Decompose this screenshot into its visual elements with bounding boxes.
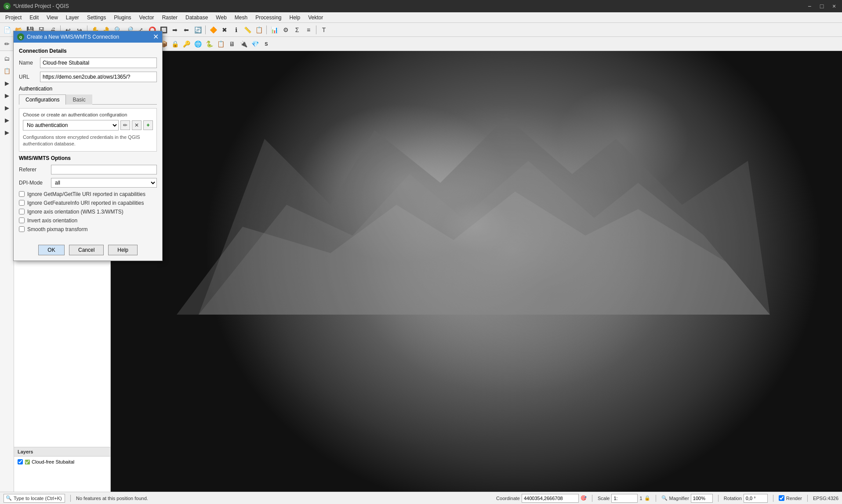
statistics-button[interactable]: 📊: [269, 25, 279, 35]
dpi-mode-row: DPI-Mode all none off QGIS UMN GeoServer: [19, 178, 157, 188]
menu-view[interactable]: View: [43, 14, 62, 22]
status-sep-6: [807, 495, 808, 502]
dialog-titlebar: Q Create a New WMS/WMTS Connection ✕: [14, 31, 162, 43]
rotation-input[interactable]: [744, 494, 768, 503]
sidebar-layers-btn[interactable]: 📋: [1, 65, 13, 76]
select-button[interactable]: 🔶: [208, 25, 218, 35]
scale-input[interactable]: [611, 494, 638, 503]
close-button[interactable]: ×: [830, 3, 838, 10]
zoom-prev-button[interactable]: ⬅: [181, 25, 192, 35]
maximize-button[interactable]: □: [817, 3, 826, 10]
checkbox-getmap[interactable]: [19, 191, 25, 197]
plugin1-btn[interactable]: 🐍: [204, 39, 214, 49]
terrain-svg: [111, 51, 842, 492]
coordinate-input[interactable]: [522, 494, 579, 503]
menu-edit[interactable]: Edit: [26, 14, 42, 22]
measure-button[interactable]: 📏: [242, 25, 253, 35]
app-title: *Untitled Project - QGIS: [13, 3, 69, 9]
checkbox-invert[interactable]: [19, 218, 25, 223]
status-bar: 🔍 Type to locate (Ctrl+K) No features at…: [0, 492, 842, 504]
sum-button[interactable]: Σ: [292, 25, 302, 35]
rotation-label: Rotation: [724, 496, 742, 501]
plugin4-btn[interactable]: 🔌: [238, 39, 249, 49]
render-checkbox[interactable]: [779, 495, 784, 501]
globe-btn[interactable]: 🌐: [192, 39, 203, 49]
name-input[interactable]: [40, 58, 157, 68]
menu-processing[interactable]: Processing: [252, 14, 285, 22]
sidebar-arrow2-btn[interactable]: ▶: [1, 90, 13, 101]
menu-settings[interactable]: Settings: [83, 14, 109, 22]
checkbox-getfeatureinfo[interactable]: [19, 200, 25, 206]
coordinate-label: Coordinate: [496, 496, 520, 501]
layer-checkbox[interactable]: [18, 459, 23, 464]
auth-edit-button[interactable]: ✏: [120, 120, 130, 130]
cancel-button[interactable]: Cancel: [69, 245, 104, 255]
url-input[interactable]: [40, 72, 157, 82]
main-area: 🗂 📋 ▶ ▶ ▶ ▶ ▶ Browse ▶Favorites Layers ✅…: [0, 51, 842, 492]
menu-vektor[interactable]: Vektor: [305, 14, 327, 22]
checkbox-axis[interactable]: [19, 209, 25, 214]
plugin5-btn[interactable]: 💎: [250, 39, 260, 49]
auth-add-button[interactable]: +: [143, 120, 153, 130]
sidebar-browse-btn[interactable]: 🗂: [1, 53, 13, 64]
plugin6-btn[interactable]: S: [261, 39, 272, 49]
tab-basic[interactable]: Basic: [66, 94, 92, 105]
open-table-button[interactable]: 📋: [254, 25, 264, 35]
menu-layer[interactable]: Layer: [62, 14, 83, 22]
layer-name: Cloud-free Stubaital: [32, 459, 74, 464]
name-label: Name: [19, 60, 36, 66]
tab-configurations[interactable]: Configurations: [19, 94, 66, 105]
menu-vector[interactable]: Vector: [136, 14, 158, 22]
action-button[interactable]: ≡: [303, 25, 314, 35]
sidebar-arrow3-btn[interactable]: ▶: [1, 102, 13, 113]
checkbox-getmap-label: Ignore GetMap/GetTile URI reported in ca…: [27, 191, 145, 197]
layer-item[interactable]: ✅ Cloud-free Stubaital: [16, 458, 109, 465]
dialog-logo: Q: [17, 33, 24, 40]
checkbox-getfeatureinfo-label: Ignore GetFeatureInfo URI reported in ca…: [27, 200, 144, 206]
epsg-item[interactable]: EPSG:4326: [813, 496, 838, 501]
auth-remove-button[interactable]: ✕: [132, 120, 142, 130]
status-sep-1: [70, 495, 71, 502]
name-row: Name: [19, 58, 157, 68]
auth-select[interactable]: No authentication: [23, 120, 119, 131]
menu-plugins[interactable]: Plugins: [110, 14, 134, 22]
magnifier-input[interactable]: [691, 494, 713, 503]
key-btn[interactable]: 🔑: [181, 39, 192, 49]
toolbar-sep-3: [205, 25, 206, 34]
dpi-mode-select[interactable]: all none off QGIS UMN GeoServer: [51, 178, 157, 188]
locate-search[interactable]: 🔍 Type to locate (Ctrl+K): [4, 494, 65, 503]
new-project-button[interactable]: 📄: [2, 25, 12, 35]
deselect-button[interactable]: ✖: [219, 25, 230, 35]
referer-input[interactable]: [51, 165, 157, 174]
auth-info-text: Configurations store encrypted credentia…: [23, 134, 153, 148]
plugin3-btn[interactable]: 🖥: [227, 39, 237, 49]
refresh-button[interactable]: 🔄: [192, 25, 203, 35]
checkbox-invert-row: Invert axis orientation: [19, 218, 157, 224]
menu-mesh[interactable]: Mesh: [231, 14, 251, 22]
menu-database[interactable]: Database: [182, 14, 211, 22]
menu-help[interactable]: Help: [286, 14, 304, 22]
identify-button[interactable]: ℹ: [231, 25, 241, 35]
ok-button[interactable]: OK: [38, 245, 65, 255]
lock-btn[interactable]: 🔒: [170, 39, 180, 49]
zoom-next-button[interactable]: ➡: [170, 25, 180, 35]
window-controls: − □ ×: [805, 3, 838, 10]
minimize-button[interactable]: −: [805, 3, 814, 10]
plugin2-btn[interactable]: 📋: [215, 39, 226, 49]
sidebar-arrow4-btn[interactable]: ▶: [1, 114, 13, 126]
render-label: Render: [786, 496, 802, 501]
menu-project[interactable]: Project: [2, 14, 25, 22]
digitize-btn[interactable]: ✏: [2, 39, 12, 49]
sidebar-arrow5-btn[interactable]: ▶: [1, 127, 13, 138]
dialog-close-button[interactable]: ✕: [153, 33, 159, 40]
menu-web[interactable]: Web: [212, 14, 230, 22]
checkbox-smooth-row: Smooth pixmap transform: [19, 226, 157, 232]
checkbox-smooth[interactable]: [19, 226, 25, 232]
checkbox-axis-row: Ignore axis orientation (WMS 1.3/WMTS): [19, 209, 157, 215]
sidebar-arrow-btn[interactable]: ▶: [1, 77, 13, 89]
label-button[interactable]: T: [319, 25, 329, 35]
toolbox-button[interactable]: ⚙: [280, 25, 291, 35]
map-canvas[interactable]: [111, 51, 842, 492]
help-button[interactable]: Help: [108, 245, 138, 255]
menu-raster[interactable]: Raster: [159, 14, 181, 22]
